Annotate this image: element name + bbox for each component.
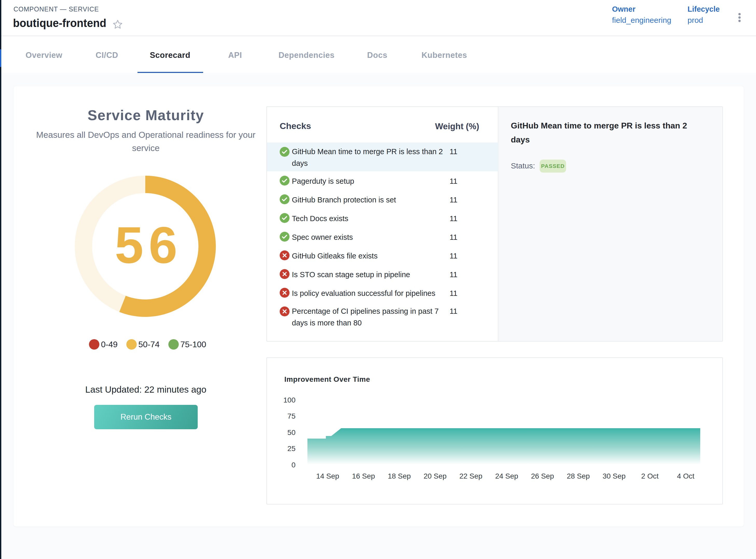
svg-text:14 Sep: 14 Sep — [316, 472, 339, 480]
svg-text:25: 25 — [288, 445, 296, 453]
svg-text:24 Sep: 24 Sep — [495, 472, 518, 480]
svg-text:50: 50 — [288, 428, 296, 437]
svg-text:2 Oct: 2 Oct — [641, 472, 659, 480]
svg-text:16 Sep: 16 Sep — [352, 472, 375, 480]
svg-text:18 Sep: 18 Sep — [388, 472, 411, 480]
svg-text:26 Sep: 26 Sep — [531, 472, 554, 480]
svg-text:75: 75 — [288, 412, 296, 420]
svg-text:30 Sep: 30 Sep — [603, 472, 626, 480]
svg-text:20 Sep: 20 Sep — [423, 472, 447, 480]
svg-text:100: 100 — [283, 396, 296, 404]
svg-text:22 Sep: 22 Sep — [459, 472, 483, 480]
svg-text:28 Sep: 28 Sep — [567, 472, 590, 480]
svg-text:0: 0 — [291, 461, 296, 469]
svg-text:4 Oct: 4 Oct — [677, 472, 694, 480]
